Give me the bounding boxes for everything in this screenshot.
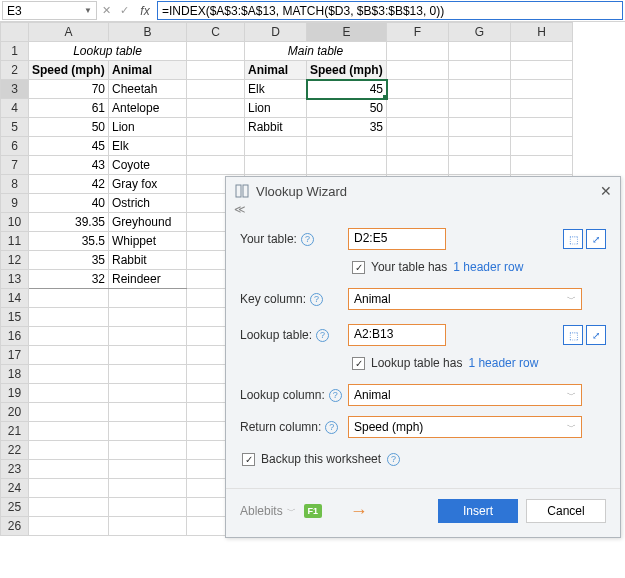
- row-header[interactable]: 13: [1, 270, 29, 289]
- lookup-column-select[interactable]: Animal﹀: [348, 384, 582, 406]
- cell[interactable]: [449, 118, 511, 137]
- cell[interactable]: Elk: [245, 80, 307, 99]
- cell[interactable]: [109, 498, 187, 517]
- row-header[interactable]: 12: [1, 251, 29, 270]
- main-hdr-animal[interactable]: Animal: [245, 61, 307, 80]
- cell[interactable]: [187, 99, 245, 118]
- formula-enter-icon[interactable]: ✓: [115, 4, 133, 17]
- f1-help-icon[interactable]: F1: [304, 504, 322, 518]
- name-box-dropdown-icon[interactable]: ▼: [84, 6, 92, 15]
- help-icon[interactable]: ?: [329, 389, 342, 402]
- main-hdr-speed[interactable]: Speed (mph): [307, 61, 387, 80]
- cell[interactable]: [29, 460, 109, 479]
- help-icon[interactable]: ?: [387, 453, 400, 466]
- formula-input[interactable]: =INDEX($A$3:$A$13, MATCH($D3, $B$3:$B$13…: [157, 1, 623, 20]
- cell[interactable]: 42: [29, 175, 109, 194]
- cell[interactable]: [187, 137, 245, 156]
- header-row-link[interactable]: 1 header row: [468, 356, 538, 370]
- select-all[interactable]: [1, 23, 29, 42]
- col-header-a[interactable]: A: [29, 23, 109, 42]
- cell[interactable]: [29, 479, 109, 498]
- cell[interactable]: 35.5: [29, 232, 109, 251]
- cell[interactable]: [511, 156, 573, 175]
- lookup-title[interactable]: Lookup table: [29, 42, 187, 61]
- key-column-select[interactable]: Animal﹀: [348, 288, 582, 310]
- cell[interactable]: Elk: [109, 137, 187, 156]
- cell[interactable]: [29, 384, 109, 403]
- cell[interactable]: [449, 61, 511, 80]
- cell[interactable]: [187, 156, 245, 175]
- row-header[interactable]: 22: [1, 441, 29, 460]
- cell[interactable]: 32: [29, 270, 109, 289]
- cell[interactable]: Gray fox: [109, 175, 187, 194]
- cell[interactable]: Lion: [109, 118, 187, 137]
- cell[interactable]: 40: [29, 194, 109, 213]
- cell[interactable]: [449, 99, 511, 118]
- cell[interactable]: [29, 289, 109, 308]
- cell[interactable]: [511, 137, 573, 156]
- expand-range-icon[interactable]: ⤢: [586, 229, 606, 249]
- cell[interactable]: Reindeer: [109, 270, 187, 289]
- header-row-link[interactable]: 1 header row: [453, 260, 523, 274]
- cell[interactable]: [449, 42, 511, 61]
- cell[interactable]: [109, 346, 187, 365]
- select-range-icon[interactable]: ⬚: [563, 229, 583, 249]
- cell[interactable]: [29, 403, 109, 422]
- return-column-select[interactable]: Speed (mph)﹀: [348, 416, 582, 438]
- selected-cell[interactable]: 45: [307, 80, 387, 99]
- help-icon[interactable]: ?: [310, 293, 323, 306]
- cell[interactable]: [511, 42, 573, 61]
- row-header[interactable]: 26: [1, 517, 29, 536]
- cell[interactable]: Coyote: [109, 156, 187, 175]
- cell[interactable]: 35: [29, 251, 109, 270]
- cell[interactable]: [449, 137, 511, 156]
- name-box[interactable]: E3 ▼: [2, 1, 97, 20]
- your-table-input[interactable]: D2:E5: [348, 228, 446, 250]
- cell[interactable]: Greyhound: [109, 213, 187, 232]
- brand-link[interactable]: Ablebits ﹀: [240, 504, 296, 518]
- cell[interactable]: [109, 308, 187, 327]
- help-icon[interactable]: ?: [301, 233, 314, 246]
- lookup-table-input[interactable]: A2:B13: [348, 324, 446, 346]
- cell[interactable]: [511, 61, 573, 80]
- cell[interactable]: 43: [29, 156, 109, 175]
- row-header[interactable]: 7: [1, 156, 29, 175]
- cell[interactable]: [387, 61, 449, 80]
- cell[interactable]: [109, 460, 187, 479]
- col-header-e[interactable]: E: [307, 23, 387, 42]
- cell[interactable]: [29, 346, 109, 365]
- cell[interactable]: [29, 441, 109, 460]
- cell[interactable]: [109, 327, 187, 346]
- cell[interactable]: [109, 289, 187, 308]
- cell[interactable]: [29, 498, 109, 517]
- lookup-table-header-checkbox[interactable]: ✓: [352, 357, 365, 370]
- fill-handle[interactable]: [383, 95, 387, 99]
- cell[interactable]: [307, 137, 387, 156]
- cell[interactable]: 50: [29, 118, 109, 137]
- cell[interactable]: [387, 80, 449, 99]
- cell[interactable]: [29, 517, 109, 536]
- cell[interactable]: [29, 327, 109, 346]
- cell[interactable]: [109, 422, 187, 441]
- cell[interactable]: [387, 156, 449, 175]
- row-header[interactable]: 20: [1, 403, 29, 422]
- row-header[interactable]: 3: [1, 80, 29, 99]
- row-header[interactable]: 6: [1, 137, 29, 156]
- cell[interactable]: 39.35: [29, 213, 109, 232]
- row-header[interactable]: 14: [1, 289, 29, 308]
- row-header[interactable]: 4: [1, 99, 29, 118]
- row-header[interactable]: 18: [1, 365, 29, 384]
- cell[interactable]: [187, 80, 245, 99]
- cell[interactable]: [29, 308, 109, 327]
- cell[interactable]: Rabbit: [245, 118, 307, 137]
- cell[interactable]: 35: [307, 118, 387, 137]
- help-icon[interactable]: ?: [325, 421, 338, 434]
- collapse-icon[interactable]: ≪: [226, 203, 620, 220]
- row-header[interactable]: 8: [1, 175, 29, 194]
- your-table-header-checkbox[interactable]: ✓: [352, 261, 365, 274]
- row-header[interactable]: 1: [1, 42, 29, 61]
- col-header-g[interactable]: G: [449, 23, 511, 42]
- row-header[interactable]: 19: [1, 384, 29, 403]
- row-header[interactable]: 2: [1, 61, 29, 80]
- insert-button[interactable]: Insert: [438, 499, 518, 523]
